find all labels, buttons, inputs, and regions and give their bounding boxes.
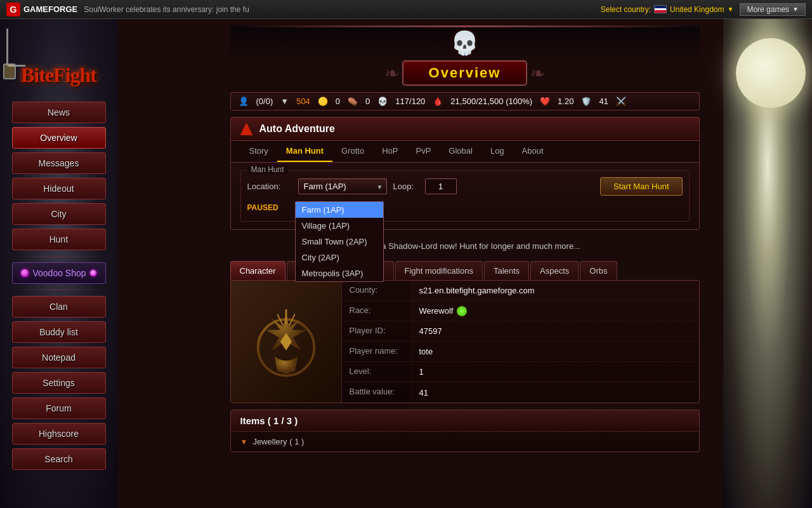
tab-pvp[interactable]: PvP (407, 141, 440, 162)
nav-settings-label: Settings (43, 378, 75, 388)
sidebar-item-messages[interactable]: Messages (12, 152, 106, 174)
sidebar-divider-2 (15, 290, 103, 290)
playerid-label: Player ID: (342, 321, 412, 341)
nav-forum-label: Forum (46, 403, 71, 413)
nav-messages-label: Messages (39, 158, 79, 168)
player-level: (0/0) (256, 97, 273, 106)
country-label: Select country: (601, 5, 651, 14)
banner-right-decoration: ❧ (530, 63, 545, 84)
dropdown-option-farm[interactable]: Farm (1AP) (296, 202, 383, 218)
county-label: County: (342, 281, 412, 300)
manhunt-form-row: Location: Farm (1AP) Village (1AP) Small… (247, 177, 683, 196)
character-emblem-svg (248, 304, 324, 380)
char-tab-orbs[interactable]: Orbs (580, 261, 617, 280)
top-decoration: 💀 (230, 25, 700, 60)
loop-label: Loop: (393, 182, 419, 191)
jewellery-label: Jewellery ( 1 ) (252, 437, 304, 446)
attack-icon: 🛡️ (581, 97, 591, 106)
nav-notepad-label: Notepad (42, 352, 75, 363)
voodoo-gem-right (90, 270, 96, 276)
manhunt-body: Man Hunt Location: Farm (1AP) Village (1… (231, 163, 699, 229)
attack-value: 1.20 (558, 97, 573, 106)
char-tab-aspects[interactable]: Aspects (530, 261, 579, 280)
banner-left-decoration: ❧ (384, 63, 399, 84)
jewellery-subsection[interactable]: ▼ Jewellery ( 1 ) (231, 432, 699, 451)
tab-log[interactable]: Log (481, 141, 513, 162)
char-tab-character[interactable]: Character (230, 261, 285, 280)
location-select[interactable]: Farm (1AP) Village (1AP) Small Town (2AP… (298, 178, 387, 194)
hp-icon: 🩸 (433, 97, 443, 106)
tab-about[interactable]: About (513, 141, 553, 162)
char-tab-fight-modifications[interactable]: Fight modifications (395, 261, 483, 280)
char-level-row: Level: 1 (342, 362, 699, 382)
start-manhunt-button[interactable]: Start Man Hunt (600, 177, 682, 196)
playername-value: tote (412, 342, 441, 361)
nav-search-label: Search (44, 454, 72, 464)
sidebar-item-news[interactable]: News (12, 102, 106, 123)
werewolf-race-icon (457, 306, 467, 316)
sidebar-item-notepad[interactable]: Notepad (12, 347, 106, 368)
location-label: Location: (247, 182, 292, 191)
battlevalue-label: Battle value: (342, 382, 412, 403)
xp-display: 21,500/21,500 (100%) (450, 97, 532, 106)
sidebar-item-highscore[interactable]: Highscore (12, 423, 106, 444)
jewellery-collapse-icon: ▼ (240, 438, 248, 446)
tab-manhunt[interactable]: Man Hunt (277, 141, 332, 162)
sidebar-item-search[interactable]: Search (12, 448, 106, 470)
race-label: Race: (342, 301, 412, 321)
gameforge-logo-text: GAMEFORGE (23, 4, 77, 14)
tab-hop[interactable]: HoP (373, 141, 407, 162)
sidebar-item-overview[interactable]: Overview (12, 127, 106, 149)
nav-hideout-label: Hideout (43, 184, 74, 194)
adventure-title: Auto Adventure (259, 123, 335, 135)
items-header: Items ( 1 / 3 ) (231, 410, 699, 432)
char-race-row: Race: Werewolf (342, 301, 699, 321)
adventure-triangle-icon (240, 123, 253, 135)
hp-display: 117/120 (395, 97, 425, 106)
char-battlevalue-row: Battle value: 41 (342, 382, 699, 403)
country-flag (654, 5, 667, 13)
character-avatar (231, 281, 342, 403)
dropdown-option-small-town[interactable]: Small Town (2AP) (296, 234, 383, 250)
dropdown-option-metropolis[interactable]: Metropolis (3AP) (296, 265, 383, 281)
country-name: United Kingdom (670, 5, 724, 14)
sidebar-item-city[interactable]: City (12, 203, 106, 225)
location-select-wrapper: Farm (1AP) Village (1AP) Small Town (2AP… (298, 178, 387, 194)
sidebar: BiteFight News Overview Messages Hideout… (0, 19, 117, 508)
char-county-row: County: s21.en.bitefight.gameforge.com (342, 281, 699, 301)
voodoo-shop-label: Voodoo Shop (32, 268, 86, 278)
nav-clan-label: Clan (49, 302, 68, 312)
page-title-box: ❧ Overview ❧ (402, 60, 528, 86)
county-value: s21.en.bitefight.gameforge.com (412, 281, 542, 300)
race-value: Werewolf (412, 301, 475, 321)
dropdown-option-village[interactable]: Village (1AP) (296, 218, 383, 234)
char-tab-talents[interactable]: Talents (484, 261, 529, 280)
character-info: County: s21.en.bitefight.gameforge.com R… (342, 281, 699, 403)
country-selector[interactable]: Select country: United Kingdom ▼ (601, 5, 734, 14)
sidebar-item-voodoo-shop[interactable]: Voodoo Shop (12, 262, 106, 284)
sidebar-item-settings[interactable]: Settings (12, 372, 106, 394)
level-dropdown-btn[interactable]: ▼ (280, 97, 289, 106)
sidebar-item-hunt[interactable]: Hunt (12, 229, 106, 250)
more-games-arrow: ▼ (792, 6, 799, 13)
tab-grotto[interactable]: Grotto (332, 141, 373, 162)
tab-story[interactable]: Story (240, 141, 277, 162)
game-logo: BiteFight (21, 64, 96, 87)
sidebar-item-hideout[interactable]: Hideout (12, 178, 106, 199)
sidebar-item-buddy-list[interactable]: Buddy list (12, 321, 106, 343)
loop-input[interactable] (425, 178, 457, 194)
more-games-button[interactable]: More games ▼ (740, 3, 806, 16)
auto-adventure-section: Auto Adventure Story Man Hunt Grotto HoP (230, 117, 700, 230)
sidebar-item-clan[interactable]: Clan (12, 296, 106, 318)
country-dropdown-arrow: ▼ (727, 6, 733, 13)
skull-icon: 💀 (377, 97, 388, 106)
sidebar-item-forum[interactable]: Forum (12, 398, 106, 419)
location-dropdown-popup[interactable]: Farm (1AP) Village (1AP) Small Town (2AP… (295, 201, 384, 282)
gold-value: 504 (296, 97, 310, 106)
nav-city-label: City (51, 209, 66, 219)
xp-icon: ❤️ (540, 97, 550, 106)
nav-buddy-label: Buddy list (39, 327, 78, 337)
tab-global[interactable]: Global (440, 141, 481, 162)
battle-icon: ⚔️ (616, 97, 626, 106)
dropdown-option-city[interactable]: City (2AP) (296, 250, 383, 265)
